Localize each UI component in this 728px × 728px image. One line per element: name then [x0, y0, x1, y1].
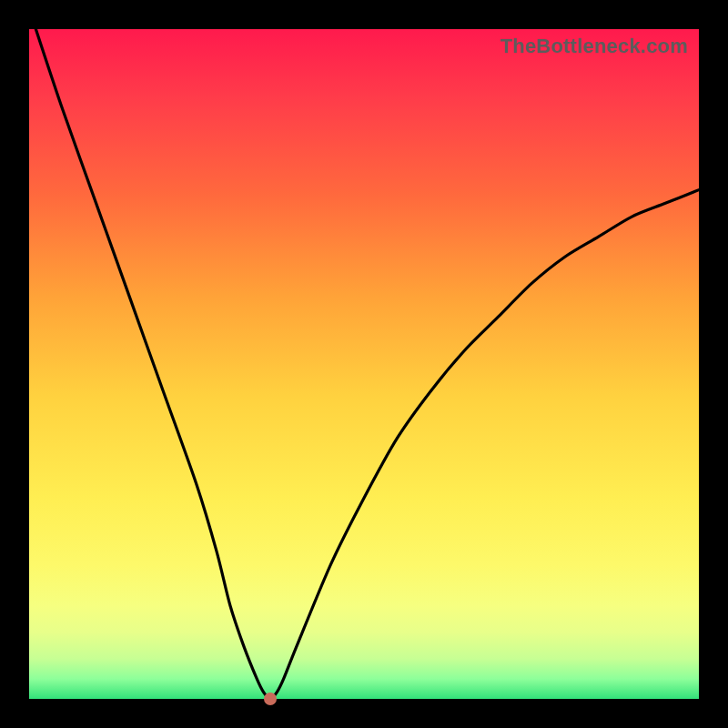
bottleneck-curve: [35, 29, 699, 699]
curve-layer: [29, 29, 699, 699]
optimal-point-marker: [264, 693, 277, 705]
plot-area: TheBottleneck.com: [29, 29, 699, 699]
chart-container: TheBottleneck.com: [0, 0, 728, 728]
